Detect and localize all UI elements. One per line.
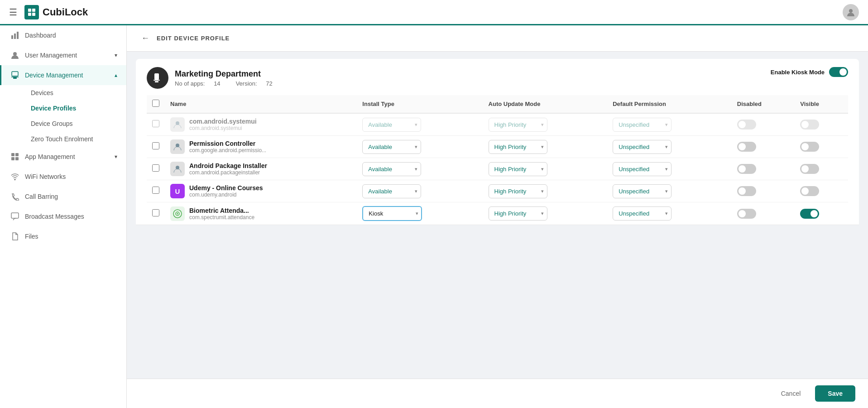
svg-rect-6 bbox=[14, 34, 16, 39]
permission-select-3[interactable]: UnspecifiedGrantDenyPrompt bbox=[613, 184, 671, 198]
auto-update-wrapper-2: High PriorityDefaultWi-Fi OnlyPostponed … bbox=[489, 162, 547, 176]
table-row: Permission Controller com.google.android… bbox=[147, 136, 848, 158]
sidebar-item-files[interactable]: Files bbox=[0, 226, 126, 246]
col-visible: Visible bbox=[795, 95, 848, 113]
col-auto-update: Auto Update Mode bbox=[483, 95, 608, 113]
chevron-down-icon-app: ▾ bbox=[115, 154, 117, 160]
auto-update-wrapper-3: High PriorityDefaultWi-Fi OnlyPostponed … bbox=[489, 184, 547, 198]
app-name-cell-1: Permission Controller com.google.android… bbox=[170, 139, 351, 154]
profile-header: Marketing Department No of apps: 14 Vers… bbox=[147, 67, 848, 89]
svg-rect-1 bbox=[32, 9, 35, 12]
table-header: Name Install Type Auto Update Mode Defau… bbox=[147, 95, 848, 113]
sidebar-item-device-management[interactable]: Device Management ▴ bbox=[0, 65, 126, 85]
sidebar-item-broadcast[interactable]: Broadcast Messages bbox=[0, 206, 126, 226]
auto-update-select-4[interactable]: High PriorityDefaultWi-Fi OnlyPostponed bbox=[489, 206, 547, 221]
svg-rect-2 bbox=[28, 13, 31, 16]
app-name-cell-4: Biometric Attenda... com.spectrumit.atte… bbox=[170, 206, 351, 221]
install-type-wrapper-1: AvailableKioskForce InstalledBlocked ▾ bbox=[362, 140, 421, 154]
app-pkg-text-0: com.android.systemui bbox=[189, 125, 257, 131]
visible-toggle-3[interactable] bbox=[800, 186, 819, 196]
sidebar-sub-item-zero-touch[interactable]: Zero Touch Enrolment bbox=[24, 131, 126, 147]
profile-name: Marketing Department bbox=[175, 69, 280, 79]
visible-toggle-2[interactable] bbox=[800, 164, 819, 174]
sidebar-item-wifi[interactable]: WiFi Networks bbox=[0, 167, 126, 187]
install-type-wrapper-0: AvailableKioskForce InstalledBlocked ▾ bbox=[362, 118, 421, 132]
chevron-up-icon: ▴ bbox=[115, 72, 117, 78]
app-icon-2 bbox=[170, 162, 185, 176]
col-default-permission: Default Permission bbox=[607, 95, 732, 113]
sidebar-sub-item-device-profiles[interactable]: Device Profiles bbox=[24, 101, 126, 116]
app-table-wrapper: Name Install Type Auto Update Mode Defau… bbox=[147, 95, 848, 225]
visible-toggle-0[interactable] bbox=[800, 120, 819, 130]
app-name-text-0: com.android.systemui bbox=[189, 118, 257, 125]
permission-select-4[interactable]: UnspecifiedGrantDenyPrompt bbox=[613, 206, 671, 221]
sidebar-sub-item-devices[interactable]: Devices bbox=[24, 85, 126, 101]
disabled-slider-3 bbox=[737, 186, 756, 196]
disabled-toggle-4[interactable] bbox=[737, 209, 756, 219]
kiosk-mode-toggle[interactable] bbox=[829, 67, 848, 77]
install-type-select-4[interactable]: AvailableKioskForce InstalledBlocked bbox=[362, 206, 422, 221]
back-button[interactable]: ← bbox=[139, 32, 151, 45]
install-type-select-2[interactable]: AvailableKioskForce InstalledBlocked bbox=[362, 162, 421, 176]
svg-point-4 bbox=[849, 9, 853, 13]
permission-wrapper-1: UnspecifiedGrantDenyPrompt ▾ bbox=[613, 140, 671, 154]
permission-select-1[interactable]: UnspecifiedGrantDenyPrompt bbox=[613, 140, 671, 154]
sidebar-item-call-barring[interactable]: Call Barring bbox=[0, 187, 126, 206]
app-table: Name Install Type Auto Update Mode Defau… bbox=[147, 95, 848, 225]
no-of-apps-value: 14 bbox=[214, 80, 220, 87]
auto-update-select-3[interactable]: High PriorityDefaultWi-Fi OnlyPostponed bbox=[489, 184, 547, 198]
table-row: com.android.systemui com.android.systemu… bbox=[147, 113, 848, 136]
permission-select-2[interactable]: UnspecifiedGrantDenyPrompt bbox=[613, 162, 671, 176]
app-name-text-2: Android Package Installer bbox=[189, 162, 267, 169]
auto-update-select-0[interactable]: High PriorityDefaultWi-Fi OnlyPostponed bbox=[489, 118, 547, 132]
save-button[interactable]: Save bbox=[815, 385, 855, 402]
sidebar-sub-item-device-groups[interactable]: Device Groups bbox=[24, 116, 126, 131]
visible-toggle-1[interactable] bbox=[800, 142, 819, 152]
sidebar-item-device-management-label: Device Management bbox=[25, 72, 83, 79]
avatar bbox=[843, 4, 859, 20]
svg-rect-19 bbox=[153, 80, 160, 81]
kiosk-toggle-area: Enable Kiosk Mode bbox=[771, 67, 848, 77]
disabled-slider-0 bbox=[737, 120, 756, 130]
row-checkbox-2[interactable] bbox=[152, 164, 159, 172]
chat-icon bbox=[10, 212, 19, 221]
sidebar-item-user-management[interactable]: User Management ▾ bbox=[0, 45, 126, 65]
row-checkbox-1[interactable] bbox=[152, 142, 159, 149]
topbar-right bbox=[843, 4, 859, 20]
auto-update-wrapper-0: High PriorityDefaultWi-Fi OnlyPostponed … bbox=[489, 118, 547, 132]
sidebar: Dashboard User Management ▾ Device Manag… bbox=[0, 25, 127, 408]
disabled-toggle-1[interactable] bbox=[737, 142, 756, 152]
disabled-toggle-0[interactable] bbox=[737, 120, 756, 130]
install-type-select-0[interactable]: AvailableKioskForce InstalledBlocked bbox=[362, 118, 421, 132]
permission-wrapper-4: UnspecifiedGrantDenyPrompt ▾ bbox=[613, 206, 671, 221]
disabled-toggle-3[interactable] bbox=[737, 186, 756, 196]
sidebar-item-app-management[interactable]: App Management ▾ bbox=[0, 147, 126, 167]
auto-update-select-2[interactable]: High PriorityDefaultWi-Fi OnlyPostponed bbox=[489, 162, 547, 176]
version-value: 72 bbox=[266, 80, 272, 87]
select-all-checkbox[interactable] bbox=[152, 100, 159, 107]
permission-wrapper-2: UnspecifiedGrantDenyPrompt ▾ bbox=[613, 162, 671, 176]
sidebar-item-dashboard-label: Dashboard bbox=[25, 32, 56, 39]
row-checkbox-0[interactable] bbox=[152, 120, 159, 127]
kiosk-mode-slider bbox=[829, 67, 848, 77]
col-name: Name bbox=[165, 95, 357, 113]
visible-toggle-4[interactable] bbox=[800, 209, 819, 219]
cancel-button[interactable]: Cancel bbox=[772, 385, 810, 402]
install-type-select-3[interactable]: AvailableKioskForce InstalledBlocked bbox=[362, 184, 421, 198]
col-install-type: Install Type bbox=[357, 95, 483, 113]
sidebar-item-dashboard[interactable]: Dashboard bbox=[0, 25, 126, 45]
visible-slider-4 bbox=[800, 209, 819, 219]
auto-update-select-1[interactable]: High PriorityDefaultWi-Fi OnlyPostponed bbox=[489, 140, 547, 154]
install-type-wrapper-3: AvailableKioskForce InstalledBlocked ▾ bbox=[362, 184, 421, 198]
hamburger-menu[interactable]: ☰ bbox=[9, 7, 17, 18]
app-pkg-text-2: com.android.packageinstaller bbox=[189, 169, 267, 176]
row-checkbox-3[interactable] bbox=[152, 187, 159, 194]
row-checkbox-4[interactable] bbox=[152, 209, 159, 216]
install-type-select-1[interactable]: AvailableKioskForce InstalledBlocked bbox=[362, 140, 421, 154]
permission-select-0[interactable]: UnspecifiedGrantDenyPrompt bbox=[613, 118, 671, 132]
disabled-toggle-2[interactable] bbox=[737, 164, 756, 174]
svg-rect-5 bbox=[11, 35, 13, 39]
profile-text: Marketing Department No of apps: 14 Vers… bbox=[175, 69, 280, 87]
sidebar-item-call-barring-label: Call Barring bbox=[25, 193, 58, 200]
app-name-text-3: Udemy - Online Courses bbox=[189, 184, 263, 192]
